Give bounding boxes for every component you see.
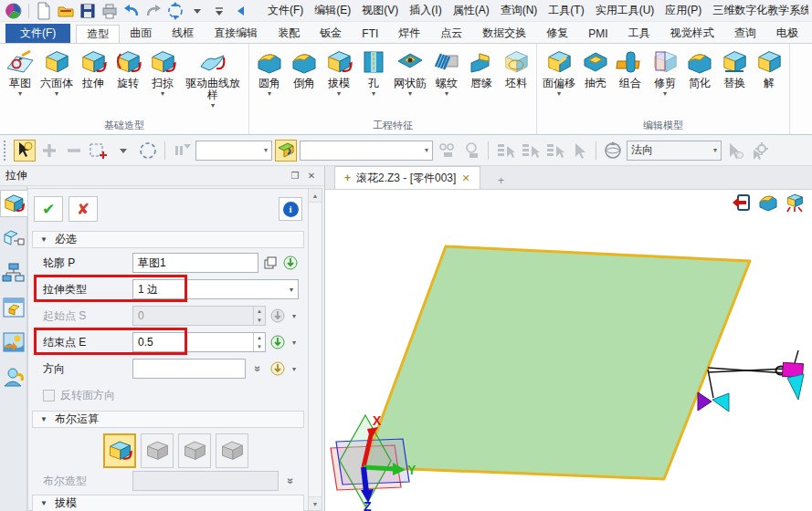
fillet-quick-icon[interactable]	[758, 193, 778, 213]
ribbon-button-草图[interactable]: 草图▾	[3, 46, 37, 99]
field-dropdown-icon[interactable]: ▾	[290, 312, 299, 320]
ribbon-tab-4[interactable]: 装配	[268, 24, 310, 43]
apply-profile-icon[interactable]	[282, 255, 299, 271]
ribbon-button-倒角[interactable]: 倒角	[287, 46, 322, 99]
ribbon-button-驱动曲线放样[interactable]: 驱动曲线放样▾	[180, 46, 246, 111]
menu-item-7[interactable]: 实用工具(U)	[590, 1, 660, 20]
ribbon-tab-14[interactable]: 查询	[724, 24, 766, 43]
add-pick-icon[interactable]	[38, 140, 60, 162]
apply-direction-icon[interactable]	[269, 360, 286, 377]
panel-close-button[interactable]: ✕	[304, 169, 319, 183]
ribbon-tab-5[interactable]: 钣金	[310, 24, 352, 43]
extrude-type-select[interactable]: 1 边▾	[132, 279, 299, 299]
bool-remove-icon[interactable]	[178, 433, 211, 468]
orient-dropdown-icon[interactable]	[187, 2, 207, 20]
pick-box-icon[interactable]	[88, 140, 110, 162]
scroll-track[interactable]	[309, 203, 322, 496]
ribbon-button-组合[interactable]: 组合	[613, 46, 648, 99]
dropdown-arrow-icon[interactable]: ▾	[408, 89, 412, 99]
scroll-up-icon[interactable]: ▲	[309, 189, 322, 203]
ribbon-tab-15[interactable]: 电极	[766, 24, 808, 43]
ribbon-button-六面体[interactable]: 六面体▾	[37, 46, 76, 99]
dropdown-arrow-icon[interactable]: ▾	[337, 89, 341, 99]
ribbon-button-替换[interactable]: 替换	[717, 46, 752, 99]
ribbon-tab-1[interactable]: 曲面	[120, 24, 162, 43]
direction-combobox[interactable]: 法向▾	[627, 141, 722, 161]
ribbon-tab-10[interactable]: 修复	[536, 24, 578, 43]
dropdown-arrow-icon[interactable]: ▾	[161, 89, 164, 99]
swap-target-icon[interactable]	[275, 140, 297, 162]
sketch-plane[interactable]	[364, 246, 750, 479]
spinner-field[interactable]: 0▲▼	[132, 306, 266, 326]
offset-toggle-icon[interactable]	[436, 140, 458, 162]
menu-item-0[interactable]: 文件(F)	[262, 1, 309, 20]
ribbon-tab-8[interactable]: 点云	[430, 24, 472, 43]
apply-value-icon[interactable]	[269, 308, 286, 324]
dropdown-arrow-icon[interactable]: ▾	[268, 89, 271, 99]
list-pick-2-icon[interactable]	[519, 140, 541, 162]
orient-sphere-icon[interactable]	[602, 140, 624, 162]
ribbon-button-孔[interactable]: 孔▾	[356, 46, 391, 99]
profile-input[interactable]: 草图1	[132, 253, 258, 273]
bool-intersect-icon[interactable]	[216, 433, 248, 468]
dropdown-arrow-icon[interactable]: ▾	[445, 89, 448, 99]
expand-chevron-icon[interactable]: »	[282, 473, 299, 489]
remove-pick-icon[interactable]	[63, 140, 85, 162]
panel-restore-button[interactable]: ❐	[288, 169, 302, 183]
toolbar-overflow-icon[interactable]	[209, 2, 229, 20]
ribbon-button-扫掠[interactable]: 扫掠▾	[145, 46, 180, 99]
menu-item-8[interactable]: 应用(P)	[659, 1, 707, 20]
history-tab-icon[interactable]	[1, 259, 26, 287]
ribbon-tab-3[interactable]: 直接编辑	[204, 24, 268, 43]
section-required[interactable]: ▼ 必选	[32, 231, 304, 248]
ribbon-tab-6[interactable]: FTI	[352, 24, 388, 43]
panel-scrollbar[interactable]: ▲ ▼	[308, 189, 322, 510]
collapse-icon[interactable]	[231, 2, 251, 20]
bundle-toggle-icon[interactable]	[460, 140, 482, 162]
info-button[interactable]: i	[279, 197, 302, 221]
ribbon-tab-9[interactable]: 数据交换	[472, 24, 536, 43]
ribbon-button-圆角[interactable]: 圆角▾	[252, 46, 287, 99]
open-file-icon[interactable]	[56, 2, 76, 20]
ribbon-button-修剪[interactable]: 修剪▾	[648, 46, 682, 99]
list-pick-3-icon[interactable]	[543, 140, 565, 162]
entity-filter-combobox[interactable]: ▾	[195, 141, 272, 161]
undo-icon[interactable]	[121, 2, 142, 20]
user-tab-icon[interactable]	[1, 363, 26, 391]
ribbon-button-面偏移[interactable]: 面偏移▾	[540, 46, 578, 99]
menu-item-5[interactable]: 查询(N)	[495, 1, 543, 20]
exit-sketch-icon[interactable]	[732, 193, 752, 213]
ribbon-tab-11[interactable]: PMI	[578, 24, 617, 43]
print-icon[interactable]	[100, 2, 120, 20]
view-manager-tab-icon[interactable]	[1, 294, 26, 321]
pointer-icon[interactable]	[568, 140, 590, 162]
direction-input[interactable]	[132, 359, 246, 379]
spin-down-icon[interactable]: ▼	[254, 316, 265, 325]
cancel-button[interactable]: ✘	[69, 196, 98, 222]
redo-icon[interactable]	[143, 2, 163, 20]
pick-box-dropdown-icon[interactable]	[112, 140, 134, 162]
pick-lasso-icon[interactable]	[137, 140, 159, 162]
menu-item-6[interactable]: 工具(T)	[543, 1, 589, 20]
apply-value-icon[interactable]	[269, 334, 286, 350]
doc-close-icon[interactable]: ✕	[461, 172, 469, 184]
spinner-field[interactable]: 0.5▲▼	[132, 332, 266, 352]
spin-up-icon[interactable]: ▲	[254, 307, 265, 316]
filter-icon[interactable]	[171, 140, 193, 162]
field-dropdown-icon[interactable]: ▾	[290, 365, 299, 373]
ribbon-button-拔模[interactable]: 拔模▾	[322, 46, 356, 99]
menu-item-1[interactable]: 编辑(E)	[309, 1, 356, 20]
dropdown-arrow-icon[interactable]: ▾	[211, 101, 215, 110]
ribbon-tab-0[interactable]: 造型	[76, 25, 120, 44]
scroll-down-icon[interactable]: ▼	[309, 496, 322, 510]
dropdown-arrow-icon[interactable]: ▾	[663, 89, 667, 99]
menu-item-9[interactable]: 三维数字化教学系统(T)	[707, 1, 808, 20]
reverse-direction-checkbox[interactable]	[43, 390, 55, 402]
app-logo-icon[interactable]	[4, 2, 24, 20]
dropdown-arrow-icon[interactable]: ▾	[55, 89, 58, 99]
spin-down-icon[interactable]: ▼	[254, 342, 265, 351]
selection-input-combobox[interactable]: ▾	[300, 141, 433, 161]
viewport[interactable]: X Y Z	[325, 190, 812, 511]
boolean-shape-input[interactable]	[132, 471, 279, 491]
pick-cursor-icon[interactable]	[14, 140, 36, 162]
